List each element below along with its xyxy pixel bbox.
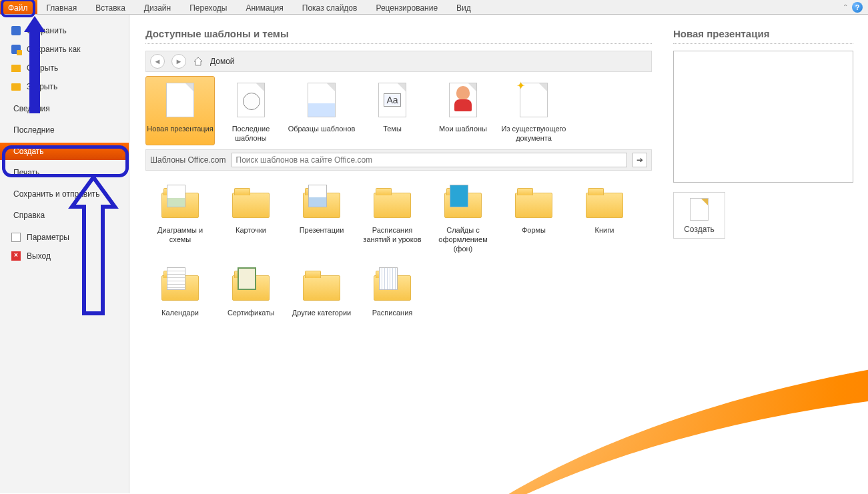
sidebar-item-share[interactable]: Сохранить и отправить bbox=[0, 185, 129, 203]
sidebar-item-close[interactable]: Закрыть bbox=[0, 77, 129, 96]
template-label: Книги bbox=[570, 225, 638, 235]
template-design-slides[interactable]: Слайды с оформлением (фон) bbox=[428, 177, 498, 256]
office-templates-grid-2: Календари Сертификаты Другие категории Р… bbox=[145, 260, 652, 320]
template-label: Образцы шаблонов bbox=[288, 124, 356, 133]
preview-pane: Новая презентация Создать bbox=[668, 15, 868, 493]
template-timetables[interactable]: Расписания bbox=[358, 260, 427, 320]
sidebar-label-saveas: Сохранить как bbox=[27, 45, 80, 54]
sidebar-label-save: Сохранить bbox=[27, 26, 67, 35]
sidebar-item-print[interactable]: Печать bbox=[0, 164, 129, 181]
template-label: Расписания занятий и уроков bbox=[358, 225, 426, 244]
template-forms[interactable]: Формы bbox=[499, 177, 568, 256]
close-doc-icon bbox=[11, 81, 21, 92]
nav-forward-button[interactable]: ► bbox=[171, 54, 186, 69]
template-label: Презентации bbox=[288, 225, 356, 235]
create-button-icon bbox=[690, 198, 709, 221]
template-books[interactable]: Книги bbox=[570, 177, 639, 256]
template-from-existing[interactable]: ✦ Из существую­щего документа bbox=[499, 76, 568, 145]
template-samples[interactable]: Образцы шаблонов bbox=[287, 76, 356, 145]
template-diagrams[interactable]: Диаграммы и схемы bbox=[145, 177, 215, 256]
template-my-templates[interactable]: Мои шаблоны bbox=[428, 76, 498, 145]
save-icon bbox=[11, 25, 21, 36]
section-title: Доступные шаблоны и темы bbox=[145, 28, 652, 39]
template-other-categories[interactable]: Другие категории bbox=[287, 260, 356, 320]
sidebar-label-close: Закрыть bbox=[27, 82, 57, 91]
template-label: Новая презентация bbox=[146, 124, 214, 133]
backstage-view: Сохранить Сохранить как Открыть Закрыть … bbox=[0, 15, 868, 493]
sidebar-label-options: Параметры bbox=[27, 233, 69, 242]
template-label: Темы bbox=[358, 124, 426, 133]
search-input[interactable] bbox=[232, 153, 627, 167]
template-label: Сертификаты bbox=[217, 308, 285, 317]
create-button-label: Создать bbox=[674, 225, 725, 234]
sidebar-label-recent: Последние bbox=[13, 125, 55, 135]
sidebar-item-recent[interactable]: Последние bbox=[0, 121, 129, 139]
sidebar-item-info[interactable]: Сведения bbox=[0, 100, 129, 117]
backstage-sidebar: Сохранить Сохранить как Открыть Закрыть … bbox=[0, 15, 129, 493]
sidebar-item-help[interactable]: Справка bbox=[0, 207, 129, 224]
template-label: Формы bbox=[500, 225, 568, 235]
template-label: Карточки bbox=[217, 225, 285, 235]
template-label: Другие категории bbox=[288, 308, 356, 317]
create-button[interactable]: Создать bbox=[673, 192, 725, 239]
tab-animation[interactable]: Анимация bbox=[236, 0, 292, 14]
home-icon[interactable] bbox=[193, 56, 203, 67]
template-new-presentation[interactable]: Новая презентация bbox=[145, 76, 215, 145]
sidebar-item-save[interactable]: Сохранить bbox=[0, 21, 129, 40]
nav-back-button[interactable]: ◄ bbox=[150, 54, 165, 69]
template-label: Слайды с оформлением (фон) bbox=[429, 225, 497, 253]
sidebar-label-new: Создать bbox=[13, 147, 44, 156]
sidebar-item-new[interactable]: Создать bbox=[0, 143, 129, 160]
sidebar-label-info: Сведения bbox=[13, 104, 50, 113]
template-cards[interactable]: Карточки bbox=[216, 177, 286, 256]
sidebar-item-open[interactable]: Открыть bbox=[0, 59, 129, 77]
template-schedules-lessons[interactable]: Расписания занятий и уроков bbox=[358, 177, 427, 256]
template-calendars[interactable]: Календари bbox=[145, 260, 215, 320]
tab-review[interactable]: Рецензирование bbox=[366, 0, 447, 14]
template-label: Последние шаблоны bbox=[217, 124, 285, 143]
sidebar-item-options[interactable]: Параметры bbox=[0, 228, 129, 247]
tab-transitions[interactable]: Переходы bbox=[180, 0, 236, 14]
local-templates-grid: Новая презентация Последние шаблоны Обра… bbox=[145, 76, 652, 145]
template-label: Расписания bbox=[358, 308, 426, 317]
template-certificates[interactable]: Сертификаты bbox=[216, 260, 286, 320]
help-icon[interactable]: ? bbox=[852, 2, 863, 13]
tab-design[interactable]: Дизайн bbox=[135, 0, 180, 14]
template-themes[interactable]: Aa Темы bbox=[358, 76, 427, 145]
breadcrumb-home-label[interactable]: Домой bbox=[210, 57, 235, 66]
tab-slideshow[interactable]: Показ слайдов bbox=[293, 0, 367, 14]
sidebar-item-exit[interactable]: × Выход bbox=[0, 247, 129, 265]
office-templates-grid-1: Диаграммы и схемы Карточки Презентации Р… bbox=[145, 177, 652, 256]
save-as-icon bbox=[11, 44, 21, 55]
template-label: Календари bbox=[146, 308, 214, 317]
office-templates-bar: Шаблоны Office.com ➔ bbox=[145, 149, 652, 171]
backstage-main: Доступные шаблоны и темы ◄ ► Домой Новая… bbox=[129, 15, 868, 493]
sidebar-label-share: Сохранить и отправить bbox=[13, 189, 100, 199]
sidebar-item-saveas[interactable]: Сохранить как bbox=[0, 40, 129, 59]
search-go-button[interactable]: ➔ bbox=[632, 153, 647, 167]
sidebar-label-open: Открыть bbox=[27, 63, 58, 73]
preview-title: Новая презентация bbox=[673, 28, 853, 39]
exit-icon: × bbox=[11, 251, 21, 261]
preview-thumbnail bbox=[673, 51, 853, 183]
template-presentations[interactable]: Презентации bbox=[287, 177, 356, 256]
options-icon bbox=[11, 232, 21, 243]
breadcrumb-bar: ◄ ► Домой bbox=[145, 51, 652, 72]
open-icon bbox=[11, 63, 21, 73]
tab-insert[interactable]: Вставка bbox=[86, 0, 135, 14]
office-templates-label: Шаблоны Office.com bbox=[150, 155, 226, 165]
tab-home[interactable]: Главная bbox=[37, 0, 87, 14]
tab-view[interactable]: Вид bbox=[447, 0, 480, 14]
template-recent[interactable]: Последние шаблоны bbox=[216, 76, 286, 145]
template-label: Из существую­щего документа bbox=[500, 124, 568, 143]
template-label: Диаграммы и схемы bbox=[146, 225, 214, 244]
tab-file[interactable]: Файл bbox=[0, 0, 37, 14]
sidebar-label-help: Справка bbox=[13, 211, 45, 220]
sidebar-label-print: Печать bbox=[13, 168, 39, 177]
template-label: Мои шаблоны bbox=[429, 124, 497, 133]
minimize-ribbon-icon[interactable]: ⌃ bbox=[843, 3, 848, 11]
sidebar-label-exit: Выход bbox=[27, 251, 51, 261]
ribbon: Файл Главная Вставка Дизайн Переходы Ани… bbox=[0, 0, 868, 15]
